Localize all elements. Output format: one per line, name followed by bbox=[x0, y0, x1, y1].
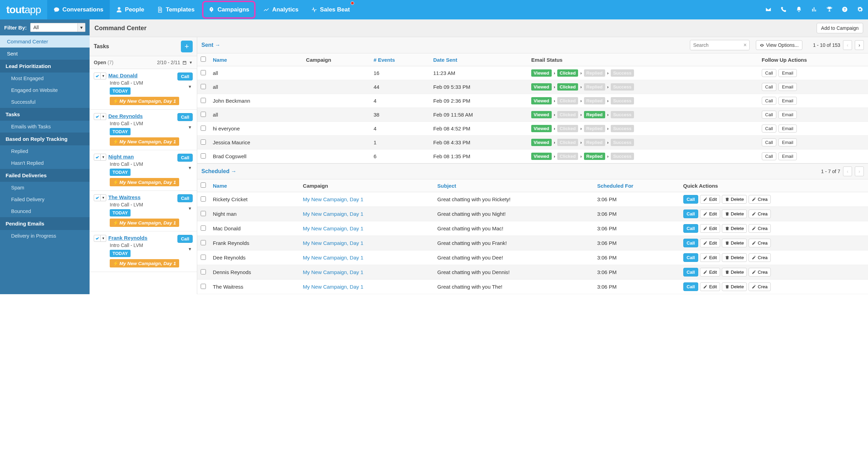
followup-email-button[interactable]: Email bbox=[778, 152, 797, 160]
clear-search-icon[interactable]: × bbox=[743, 42, 746, 48]
sidebar-emails-with-tasks[interactable]: Emails with Tasks bbox=[0, 121, 90, 133]
sent-row[interactable]: all1611:23 AMViewed›Clicked›Replied›Succ… bbox=[197, 66, 868, 80]
campaign-badge[interactable]: My New Campaign, Day 1 bbox=[110, 97, 179, 105]
chevron-down-icon[interactable]: ▼ bbox=[101, 154, 106, 161]
campaign-badge[interactable]: My New Campaign, Day 1 bbox=[110, 259, 179, 267]
nav-analytics[interactable]: Analytics bbox=[257, 0, 305, 19]
row-checkbox[interactable] bbox=[201, 139, 206, 145]
scheduled-row[interactable]: The WaitressMy New Campaign, Day 1Great … bbox=[197, 280, 868, 294]
sidebar-sent[interactable]: Sent bbox=[0, 48, 90, 60]
sidebar-delivery-in-progress[interactable]: Delivery in Progress bbox=[0, 230, 90, 242]
qa-delete-button[interactable]: Delete bbox=[722, 224, 747, 233]
sidebar-spam[interactable]: Spam bbox=[0, 182, 90, 194]
phone-icon[interactable] bbox=[781, 6, 787, 14]
sidebar-most-engaged[interactable]: Most Engaged bbox=[0, 73, 90, 84]
task-name-link[interactable]: Mac Donald bbox=[108, 73, 137, 78]
task-checkbox[interactable]: ▼ bbox=[94, 235, 106, 242]
scheduled-row[interactable]: Mac DonaldMy New Campaign, Day 1Great ch… bbox=[197, 221, 868, 236]
row-checkbox[interactable] bbox=[201, 98, 206, 103]
qa-create-button[interactable]: Crea bbox=[749, 253, 770, 262]
trophy-icon[interactable] bbox=[826, 6, 833, 14]
add-task-button[interactable]: + bbox=[181, 41, 193, 52]
followup-call-button[interactable]: Call bbox=[762, 138, 776, 146]
call-button[interactable]: Call bbox=[177, 235, 193, 243]
qa-create-button[interactable]: Crea bbox=[749, 268, 770, 276]
filter-select[interactable]: All ▾ bbox=[30, 23, 85, 32]
gear-icon[interactable] bbox=[857, 6, 863, 14]
chevron-down-icon[interactable]: ▼ bbox=[101, 113, 106, 120]
row-checkbox[interactable] bbox=[201, 84, 206, 89]
next-page-button[interactable]: › bbox=[855, 40, 864, 50]
scheduled-row[interactable]: Dee ReynoldsMy New Campaign, Day 1Great … bbox=[197, 250, 868, 265]
chart-icon[interactable] bbox=[811, 6, 817, 14]
followup-email-button[interactable]: Email bbox=[778, 69, 797, 77]
qa-delete-button[interactable]: Delete bbox=[722, 210, 747, 218]
followup-email-button[interactable]: Email bbox=[778, 97, 797, 105]
sidebar-failed-delivery[interactable]: Failed Delivery bbox=[0, 194, 90, 205]
qa-delete-button[interactable]: Delete bbox=[722, 282, 747, 291]
row-checkbox[interactable] bbox=[201, 269, 206, 274]
scol-campaign[interactable]: Campaign bbox=[299, 179, 434, 192]
qa-call-button[interactable]: Call bbox=[683, 253, 699, 262]
qa-delete-button[interactable]: Delete bbox=[722, 239, 747, 247]
campaign-link[interactable]: My New Campaign, Day 1 bbox=[303, 255, 363, 261]
select-all-sent[interactable] bbox=[201, 57, 206, 62]
task-name-link[interactable]: Dee Reynolds bbox=[108, 113, 143, 119]
call-button[interactable]: Call bbox=[177, 154, 193, 162]
campaign-link[interactable]: My New Campaign, Day 1 bbox=[303, 196, 363, 202]
qa-call-button[interactable]: Call bbox=[683, 195, 699, 204]
scol-name[interactable]: Name bbox=[209, 179, 299, 192]
help-icon[interactable] bbox=[842, 6, 848, 14]
sidebar-hasn-t-replied[interactable]: Hasn't Replied bbox=[0, 157, 90, 169]
qa-edit-button[interactable]: Edit bbox=[700, 210, 720, 218]
sidebar-command-center[interactable]: Command Center bbox=[0, 35, 90, 48]
chevron-down-icon[interactable]: ▼ bbox=[188, 206, 192, 211]
row-checkbox[interactable] bbox=[201, 126, 206, 131]
qa-delete-button[interactable]: Delete bbox=[722, 268, 747, 276]
call-button[interactable]: Call bbox=[177, 113, 193, 121]
call-button[interactable]: Call bbox=[177, 73, 193, 80]
col-events[interactable]: # Events bbox=[370, 53, 430, 66]
row-checkbox[interactable] bbox=[201, 240, 206, 245]
followup-call-button[interactable]: Call bbox=[762, 69, 776, 77]
qa-call-button[interactable]: Call bbox=[683, 282, 699, 291]
qa-delete-button[interactable]: Delete bbox=[722, 195, 747, 204]
scheduled-row[interactable]: Rickety CricketMy New Campaign, Day 1Gre… bbox=[197, 192, 868, 207]
qa-delete-button[interactable]: Delete bbox=[722, 253, 747, 262]
search-input[interactable] bbox=[693, 42, 743, 48]
task-checkbox[interactable]: ▼ bbox=[94, 154, 106, 161]
chevron-down-icon[interactable]: ▼ bbox=[101, 194, 106, 201]
task-checkbox[interactable]: ▼ bbox=[94, 194, 106, 201]
calendar-icon[interactable] bbox=[182, 60, 187, 65]
campaign-badge[interactable]: My New Campaign, Day 1 bbox=[110, 219, 179, 227]
qa-edit-button[interactable]: Edit bbox=[700, 195, 720, 204]
sidebar-successful[interactable]: Successful bbox=[0, 96, 90, 108]
sidebar-bounced[interactable]: Bounced bbox=[0, 205, 90, 217]
sent-row[interactable]: Brad Cogswell6Feb 08 1:35 PMViewed›Click… bbox=[197, 150, 868, 163]
qa-create-button[interactable]: Crea bbox=[749, 282, 770, 291]
scheduled-row[interactable]: Night manMy New Campaign, Day 1Great cha… bbox=[197, 207, 868, 221]
task-name-link[interactable]: Frank Reynolds bbox=[108, 235, 148, 241]
qa-create-button[interactable]: Crea bbox=[749, 195, 770, 204]
scheduled-row[interactable]: Frank ReynoldsMy New Campaign, Day 1Grea… bbox=[197, 236, 868, 250]
search-box[interactable]: × bbox=[690, 40, 750, 50]
chevron-down-icon[interactable]: ▼ bbox=[188, 247, 192, 252]
task-name-link[interactable]: Night man bbox=[108, 154, 134, 160]
sent-title-link[interactable]: Sent → bbox=[201, 42, 220, 48]
qa-call-button[interactable]: Call bbox=[683, 239, 699, 247]
col-campaign[interactable]: Campaign bbox=[302, 53, 370, 66]
qa-edit-button[interactable]: Edit bbox=[700, 224, 720, 233]
campaign-link[interactable]: My New Campaign, Day 1 bbox=[303, 284, 363, 290]
row-checkbox[interactable] bbox=[201, 211, 206, 216]
sent-row[interactable]: all44Feb 09 5:33 PMViewed›Clicked›Replie… bbox=[197, 80, 868, 94]
sidebar-replied[interactable]: Replied bbox=[0, 145, 90, 157]
row-checkbox[interactable] bbox=[201, 225, 206, 231]
qa-create-button[interactable]: Crea bbox=[749, 210, 770, 218]
followup-call-button[interactable]: Call bbox=[762, 111, 776, 119]
campaign-badge[interactable]: My New Campaign, Day 1 bbox=[110, 137, 179, 146]
prev-page-button[interactable]: ‹ bbox=[843, 40, 852, 50]
task-checkbox[interactable]: ▼ bbox=[94, 73, 106, 79]
sent-row[interactable]: Jessica Maurice1Feb 08 4:33 PMViewed›Cli… bbox=[197, 136, 868, 150]
row-checkbox[interactable] bbox=[201, 284, 206, 289]
campaign-link[interactable]: My New Campaign, Day 1 bbox=[303, 225, 363, 231]
